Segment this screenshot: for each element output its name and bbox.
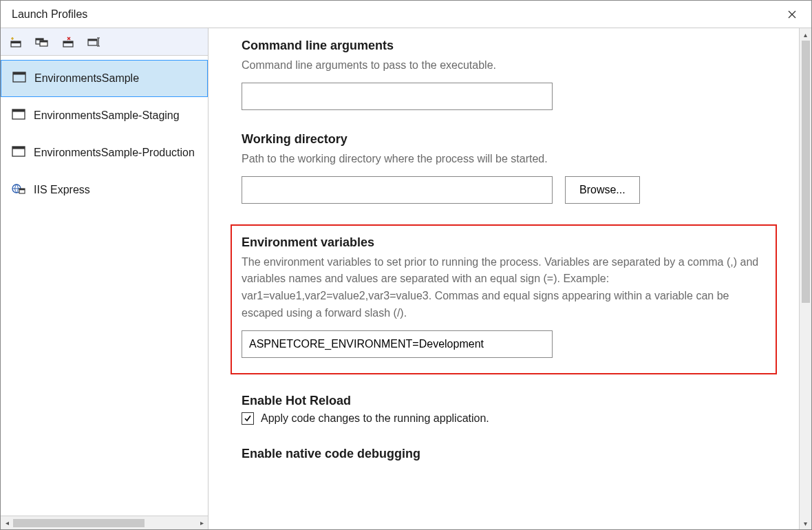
svg-rect-1 [11,41,21,43]
working-directory-input[interactable] [242,176,553,204]
section-title: Command line arguments [242,39,771,53]
window-icon [12,146,25,160]
window-icon [12,109,25,123]
profile-label: IIS Express [34,184,90,196]
delete-profile-button[interactable] [60,34,76,50]
section-environment-variables: Environment variables The environment va… [242,235,766,358]
browse-button[interactable]: Browse... [565,176,640,204]
section-hot-reload: Enable Hot Reload Apply code changes to … [242,394,771,425]
scroll-track[interactable] [802,41,810,517]
section-title: Enable native code debugging [242,447,771,461]
profile-item[interactable]: EnvironmentsSample-Production [1,134,208,171]
section-title: Enable Hot Reload [242,394,771,408]
content-vertical-scrollbar[interactable]: ▴ ▾ [799,28,811,529]
environment-variables-highlight: Environment variables The environment va… [231,224,777,374]
section-command-line-arguments: Command line arguments Command line argu… [242,39,771,110]
scroll-down-arrow[interactable]: ▾ [800,517,812,529]
svg-rect-15 [12,147,25,149]
svg-rect-7 [63,41,73,43]
profile-item[interactable]: EnvironmentsSample-Staging [1,97,208,134]
checkbox-label: Apply code changes to the running applic… [261,412,489,425]
section-working-directory: Working directory Path to the working di… [242,132,771,204]
window-icon [12,72,26,85]
dialog-body: EnvironmentsSample EnvironmentsSample-St… [1,28,811,529]
duplicate-profile-button[interactable] [34,34,50,50]
section-description: Path to the working directory where the … [242,151,771,168]
section-title: Working directory [242,132,771,147]
profile-list: EnvironmentsSample EnvironmentsSample-St… [1,56,208,516]
scroll-thumb[interactable] [13,519,145,527]
sidebar: EnvironmentsSample EnvironmentsSample-St… [1,28,209,529]
content-wrap: Command line arguments Command line argu… [209,28,811,529]
scroll-thumb[interactable] [802,41,810,303]
section-description: The environment variables to set prior t… [242,254,766,322]
section-native-debugging: Enable native code debugging [242,447,771,461]
profile-label: EnvironmentsSample-Staging [34,109,180,122]
window-title: Launch Profiles [12,8,87,21]
delete-profile-icon [62,36,74,47]
profile-item[interactable]: IIS Express [1,171,208,209]
svg-rect-11 [13,72,25,75]
sidebar-horizontal-scrollbar[interactable]: ◂ ▸ [1,516,208,529]
svg-rect-13 [12,109,25,112]
profile-label: EnvironmentsSample [34,72,139,85]
command-line-arguments-input[interactable] [242,83,553,110]
sidebar-toolbar [1,28,208,56]
new-profile-button[interactable] [8,34,24,50]
scroll-up-arrow[interactable]: ▴ [800,28,812,41]
check-icon [244,414,252,423]
hot-reload-checkbox[interactable] [242,412,254,425]
scroll-left-arrow[interactable]: ◂ [1,517,13,529]
close-icon [788,10,796,19]
svg-rect-9 [88,39,97,41]
globe-icon [12,182,25,198]
profile-item[interactable]: EnvironmentsSample [1,60,208,97]
titlebar: Launch Profiles [1,1,811,28]
svg-rect-3 [36,39,43,41]
svg-rect-18 [19,189,25,190]
close-button[interactable] [781,3,803,25]
duplicate-icon [35,36,49,47]
profile-label: EnvironmentsSample-Production [34,147,195,159]
scroll-track[interactable] [13,519,195,527]
section-description: Command line arguments to pass to the ex… [242,57,771,74]
content-panel: Command line arguments Command line argu… [209,28,799,529]
section-title: Environment variables [242,235,766,250]
environment-variables-input[interactable] [242,330,553,358]
scroll-right-arrow[interactable]: ▸ [195,517,208,529]
new-profile-icon [10,36,22,47]
rename-profile-button[interactable] [86,34,103,50]
rename-icon [87,36,101,47]
svg-rect-5 [40,41,47,43]
